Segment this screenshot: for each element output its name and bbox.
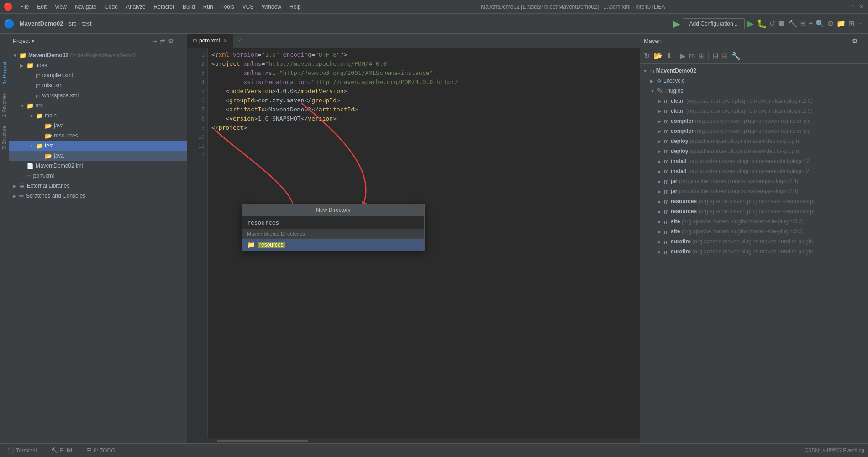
maven-debug-icon[interactable]: m (688, 51, 696, 61)
maven-download-icon[interactable]: ⬇ (665, 51, 673, 61)
maven-plugins-arrow[interactable]: ▼ (650, 89, 657, 94)
menu-help[interactable]: Help (286, 3, 305, 11)
maven-root-arrow[interactable]: ▼ (643, 68, 649, 74)
tree-item-ext-libs[interactable]: ▶ 🏛 External Libraries (9, 181, 187, 191)
menu-window[interactable]: Window (258, 3, 285, 11)
settings-icon[interactable]: ⚙ (827, 19, 834, 28)
maven-plugin-compiler1[interactable]: ▶ m compiler (org.apache.maven.plugins:m… (640, 116, 868, 126)
maven-expand-icon[interactable]: ⊞ (721, 51, 729, 61)
arrow-surefire2[interactable]: ▶ (658, 249, 664, 254)
maximize-button[interactable]: □ (850, 4, 856, 10)
arrow-site2[interactable]: ▶ (658, 229, 664, 234)
project-tool-button[interactable]: 1: Project (2, 61, 7, 84)
maven-plugin-site1[interactable]: ▶ m site (org.apache.maven.plugins:maven… (640, 216, 868, 226)
arrow-deploy2[interactable]: ▶ (658, 149, 664, 154)
menu-refactor[interactable]: Refactor (150, 3, 178, 11)
arrow-jar2[interactable]: ▶ (658, 189, 664, 194)
arrow-site1[interactable]: ▶ (658, 219, 664, 224)
menu-run[interactable]: Run (200, 3, 217, 11)
arrow-clean2[interactable]: ▶ (658, 109, 664, 114)
expand-arrow-scratches[interactable]: ▶ (13, 194, 19, 199)
search-everywhere-icon[interactable]: 🔍 (815, 19, 825, 28)
more2-icon[interactable]: ⋮ (857, 19, 864, 28)
directory-option-resources[interactable]: 📁 resources (242, 239, 424, 251)
debug-button[interactable]: 🐛 (757, 19, 767, 29)
profile-icon[interactable]: ≋ (800, 19, 806, 28)
maven-plugin-site2[interactable]: ▶ m site (org.apache.maven.plugins:maven… (640, 226, 868, 236)
maven-settings-icon[interactable]: ⚙ (852, 37, 858, 45)
maven-plugin-jar1[interactable]: ▶ m jar (org.apache.maven.plugins:maven-… (640, 176, 868, 186)
breadcrumb-test[interactable]: test (82, 20, 92, 27)
menu-tools[interactable]: Tools (218, 3, 238, 11)
build-tab[interactable]: 🔨 Build (47, 444, 76, 457)
tree-item-workspace[interactable]: m workspace.xml (9, 90, 187, 100)
horizontal-scrollbar[interactable] (187, 438, 640, 443)
arrow-install2[interactable]: ▶ (658, 169, 664, 174)
maven-collapse-icon[interactable]: ⊟ (711, 51, 719, 61)
expand-arrow-main[interactable]: ▼ (29, 113, 36, 118)
maven-plugin-clean1[interactable]: ▶ m clean (org.apache.maven.plugins:mave… (640, 96, 868, 106)
maven-plugin-surefire1[interactable]: ▶ m surefire (org.apache.maven.plugins:m… (640, 236, 868, 247)
arrow-resources1[interactable]: ▶ (658, 199, 664, 204)
menu-build[interactable]: Build (179, 3, 199, 11)
arrow-compiler2[interactable]: ▶ (658, 129, 664, 134)
structure-tool-button[interactable]: 7: Structure (2, 126, 7, 150)
rerun-icon[interactable]: ↺ (769, 19, 775, 28)
maven-filter-icon[interactable]: ⊞ (698, 51, 705, 61)
tab-pom-close[interactable]: ✕ (223, 37, 227, 43)
arrow-resources2[interactable]: ▶ (658, 209, 664, 214)
maven-root[interactable]: ▼ m MaventDemo02 (640, 66, 868, 76)
menu-view[interactable]: View (51, 3, 70, 11)
maven-run-icon[interactable]: ▶ (679, 51, 686, 61)
sync-icon[interactable]: ▶ (673, 18, 680, 29)
maven-plugin-deploy2[interactable]: ▶ m deploy (apache.maven.plugins:maven-d… (640, 146, 868, 156)
tree-item-main[interactable]: ▼ 📁 main (9, 110, 187, 121)
tree-item-pom[interactable]: m pom.xml (9, 171, 187, 181)
tree-item-root[interactable]: ▼ 📁 MaventDemo02 D:\ideaProject\MaventDe… (9, 50, 187, 60)
run-button[interactable]: ▶ (747, 19, 754, 29)
sync-files-icon[interactable]: ⇄ (160, 37, 165, 45)
menu-analyze[interactable]: Analyze (122, 3, 149, 11)
tree-item-idea[interactable]: ▶ 📁 .idea (9, 60, 187, 70)
add-icon[interactable]: + (153, 37, 157, 45)
add-configuration-button[interactable]: Add Configuration... (683, 18, 745, 29)
maven-plugin-deploy1[interactable]: ▶ m deploy (apache.maven.plugins:maven-d… (640, 136, 868, 146)
maven-lifecycle[interactable]: ▶ ♻ Lifecycle (640, 76, 868, 86)
tree-item-misc[interactable]: m misc.xml (9, 80, 187, 90)
stop-icon[interactable]: ⏹ (778, 20, 785, 28)
maven-hide-icon[interactable]: — (858, 37, 864, 45)
maven-plugin-jar2[interactable]: ▶ m jar (org.apache.maven.plugins:maven-… (640, 186, 868, 196)
expand-arrow-src[interactable]: ▼ (20, 103, 26, 108)
expand-arrow-idea[interactable]: ▶ (20, 63, 26, 68)
arrow-install1[interactable]: ▶ (658, 159, 664, 164)
terminal-tab[interactable]: ⬛ Terminal (4, 444, 40, 457)
todo-tab[interactable]: ☰ 6: TODO (83, 444, 119, 457)
favorites-tool-button[interactable]: 2: Favorites (2, 93, 7, 117)
maven-plugin-resources1[interactable]: ▶ m resources (org.apache.maven.plugins:… (640, 196, 868, 206)
directory-name-input[interactable] (242, 216, 424, 229)
maven-plugin-surefire2[interactable]: ▶ m surefire (org.apache.maven.plugins:m… (640, 247, 868, 257)
arrow-compiler1[interactable]: ▶ (658, 119, 664, 124)
maven-plugin-clean2[interactable]: ▶ m clean (org.apache.maven.plugins:mave… (640, 106, 868, 116)
menu-vcs[interactable]: VCS (239, 3, 258, 11)
menu-navigate[interactable]: Navigate (71, 3, 100, 11)
gear-icon[interactable]: ⚙ (168, 37, 174, 45)
expand-arrow-root[interactable]: ▼ (13, 53, 19, 58)
layout-icon[interactable]: ⊞ (848, 19, 854, 28)
tree-item-main-resources[interactable]: 📂 resources (9, 131, 187, 141)
maven-plugin-resources2[interactable]: ▶ m resources (org.apache.maven.plugins:… (640, 206, 868, 216)
tree-item-iml[interactable]: 📄 MaventDemo02.iml (9, 161, 187, 171)
maven-open-settings-icon[interactable]: 📂 (652, 51, 663, 61)
folder-icon[interactable]: 📁 (836, 19, 846, 28)
expand-arrow-test[interactable]: ▼ (29, 143, 36, 148)
minimize-button[interactable]: — (842, 4, 848, 10)
tree-item-compiler[interactable]: m compiler.xml (9, 70, 187, 80)
menu-code[interactable]: Code (101, 3, 121, 11)
maven-reload-icon[interactable]: ↻ (643, 51, 651, 61)
breadcrumb-src[interactable]: src (68, 20, 76, 27)
breadcrumb-project[interactable]: MaventDemo02 (20, 20, 63, 27)
tree-item-scratches[interactable]: ▶ ✏ Scratches and Consoles (9, 191, 187, 201)
close-button[interactable]: ✕ (858, 4, 864, 10)
tree-item-test-java[interactable]: 📂 java (9, 151, 187, 161)
arrow-jar1[interactable]: ▶ (658, 179, 664, 184)
